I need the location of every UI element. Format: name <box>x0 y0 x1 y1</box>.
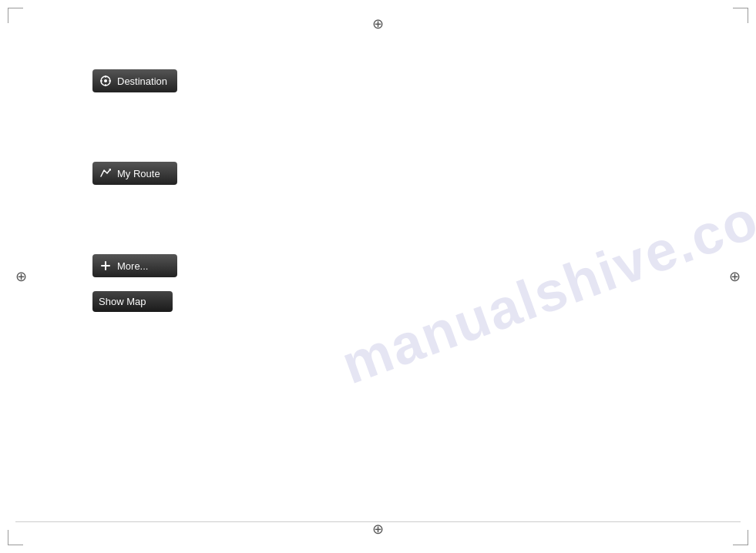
corner-mark-bottom-left <box>8 530 23 545</box>
crosshair-right: ⊕ <box>729 268 741 285</box>
buttons-container: Destination My Route More... Show Map <box>92 69 177 374</box>
svg-rect-8 <box>101 265 110 266</box>
corner-mark-top-left <box>8 8 23 23</box>
svg-point-1 <box>104 79 107 82</box>
corner-mark-bottom-right <box>733 530 748 545</box>
more-label: More... <box>117 260 148 272</box>
bottom-divider <box>15 521 741 522</box>
destination-label: Destination <box>117 75 167 87</box>
more-button[interactable]: More... <box>92 254 177 277</box>
corner-mark-top-right <box>733 8 748 23</box>
route-label: My Route <box>117 168 160 179</box>
crosshair-top: ⊕ <box>372 15 384 32</box>
show-map-label: Show Map <box>99 296 146 307</box>
crosshair-left: ⊕ <box>15 268 27 285</box>
show-map-button[interactable]: Show Map <box>92 291 173 312</box>
route-button[interactable]: My Route <box>92 162 177 185</box>
target-icon <box>99 74 113 88</box>
destination-button[interactable]: Destination <box>92 69 177 92</box>
plus-icon <box>99 259 113 273</box>
watermark: manualshive.com <box>333 169 756 396</box>
route-icon <box>99 166 113 180</box>
crosshair-bottom: ⊕ <box>372 521 384 538</box>
